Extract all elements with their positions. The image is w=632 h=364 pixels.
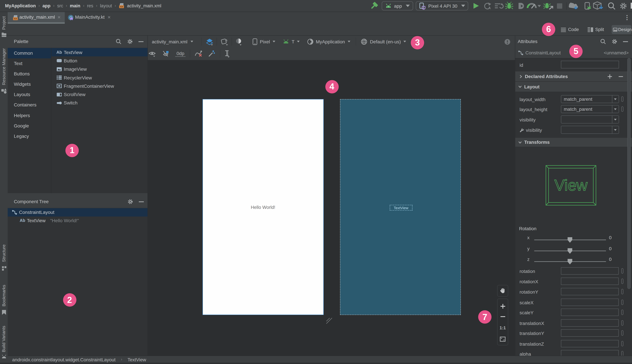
svg-text:<>: <>	[120, 6, 123, 8]
svg-text:<>: <>	[14, 17, 17, 20]
svg-text:A: A	[488, 6, 491, 10]
svg-text:View: View	[554, 177, 587, 194]
